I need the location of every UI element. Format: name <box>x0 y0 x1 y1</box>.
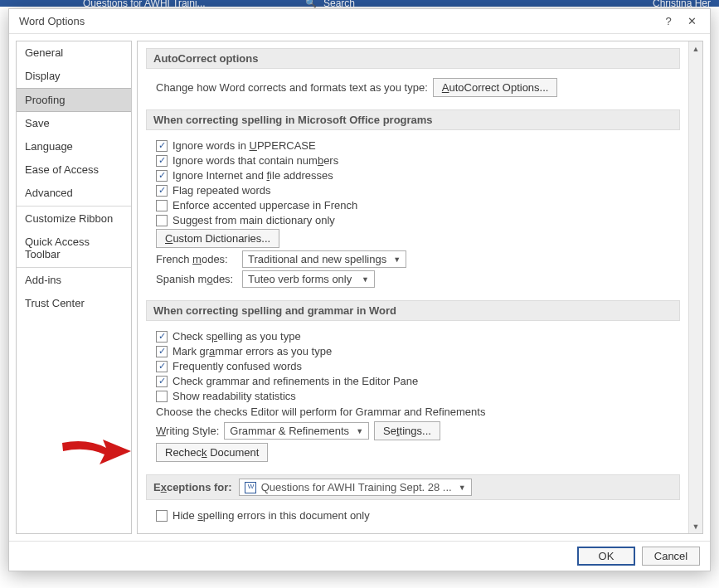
close-button[interactable]: ✕ <box>680 11 703 32</box>
checkbox-confused-words[interactable] <box>156 361 168 372</box>
exceptions-doc-combo[interactable]: Questions for AWHI Training Sept. 28 ...… <box>239 479 472 496</box>
label-check-spelling: Check spelling as you type <box>172 330 301 343</box>
section-autocorrect-header: AutoCorrect options <box>146 48 680 69</box>
checkbox-check-spelling[interactable] <box>156 331 168 343</box>
checkbox-main-dict[interactable] <box>156 215 168 226</box>
ok-button[interactable]: OK <box>577 547 635 566</box>
section-word-spell-header: When correcting spelling and grammar in … <box>146 300 680 321</box>
vertical-scrollbar[interactable]: ▲ ▼ <box>688 41 702 533</box>
nav-trust-center[interactable]: Trust Center <box>17 292 131 315</box>
dialog-title: Word Options <box>19 15 657 27</box>
label-main-dict: Suggest from main dictionary only <box>172 214 335 226</box>
label-readability: Show readability statistics <box>172 390 296 402</box>
word-options-dialog: Word Options ? ✕ General Display Proofin… <box>8 8 711 571</box>
spanish-modes-label: Spanish modes: <box>156 273 237 285</box>
search-icon: 🔍 <box>305 0 317 8</box>
nav-ease-of-access[interactable]: Ease of Access <box>17 158 131 182</box>
checkbox-ignore-internet[interactable] <box>156 170 168 182</box>
choose-checks-note: Choose the checks Editor will perform fo… <box>156 406 673 418</box>
nav-advanced[interactable]: Advanced <box>17 182 131 205</box>
options-content: AutoCorrect options Change how Word corr… <box>138 41 688 533</box>
cancel-button[interactable]: Cancel <box>642 547 700 566</box>
label-grammar-editor: Check grammar and refinements in the Edi… <box>172 375 418 387</box>
section-exceptions-header: Exceptions for: Questions for AWHI Train… <box>146 474 680 500</box>
nav-general[interactable]: General <box>17 41 131 65</box>
nav-proofing[interactable]: Proofing <box>17 88 131 112</box>
scroll-down-icon[interactable]: ▼ <box>689 519 702 533</box>
nav-add-ins[interactable]: Add-ins <box>17 269 131 292</box>
label-hide-spelling: Hide spelling errors in this document on… <box>172 509 370 522</box>
label-flag-repeated: Flag repeated words <box>172 184 271 197</box>
label-french-accent: Enforce accented uppercase in French <box>172 199 357 211</box>
checkbox-hide-spelling[interactable] <box>156 510 168 522</box>
french-modes-label: French modes: <box>156 253 237 265</box>
french-modes-combo[interactable]: Traditional and new spellings▼ <box>242 250 406 268</box>
chevron-down-icon: ▼ <box>393 255 401 264</box>
spanish-modes-combo[interactable]: Tuteo verb forms only▼ <box>242 270 375 288</box>
nav-customize-ribbon[interactable]: Customize Ribbon <box>17 207 131 231</box>
checkbox-mark-grammar[interactable] <box>156 346 168 357</box>
recheck-document-button[interactable]: Recheck Document <box>156 443 268 462</box>
section-office-spell-header: When correcting spelling in Microsoft Of… <box>146 109 680 130</box>
label-confused-words: Frequently confused words <box>172 360 302 372</box>
dialog-titlebar: Word Options ? ✕ <box>9 9 710 34</box>
checkbox-french-accent[interactable] <box>156 200 168 211</box>
label-mark-grammar: Mark grammar errors as you type <box>172 345 332 357</box>
autocorrect-desc: Change how Word corrects and formats tex… <box>156 81 428 94</box>
label-ignore-numbers: Ignore words that contain numbers <box>172 154 338 167</box>
settings-button[interactable]: Settings... <box>374 421 440 440</box>
autocorrect-options-button[interactable]: AutoCorrect Options... <box>433 78 558 97</box>
nav-quick-access-toolbar[interactable]: Quick Access Toolbar <box>17 231 131 266</box>
label-ignore-internet: Ignore Internet and file addresses <box>172 169 333 182</box>
checkbox-ignore-uppercase[interactable] <box>156 140 168 152</box>
checkbox-ignore-numbers[interactable] <box>156 155 168 167</box>
word-doc-icon <box>245 482 256 493</box>
checkbox-flag-repeated[interactable] <box>156 185 168 197</box>
dialog-footer: OK Cancel <box>9 541 710 571</box>
chevron-down-icon: ▼ <box>356 427 363 435</box>
writing-style-combo[interactable]: Grammar & Refinements▼ <box>224 422 369 440</box>
scroll-up-icon[interactable]: ▲ <box>689 41 702 56</box>
checkbox-grammar-editor[interactable] <box>156 376 168 387</box>
writing-style-label: Writing Style: <box>156 425 219 437</box>
chevron-down-icon: ▼ <box>459 484 466 492</box>
custom-dictionaries-button[interactable]: Custom Dictionaries... <box>156 229 279 248</box>
help-button[interactable]: ? <box>657 11 680 32</box>
chevron-down-icon: ▼ <box>362 275 369 284</box>
nav-display[interactable]: Display <box>17 65 131 88</box>
nav-save[interactable]: Save <box>17 112 131 135</box>
nav-language[interactable]: Language <box>17 135 131 158</box>
checkbox-readability[interactable] <box>156 391 168 402</box>
options-side-nav: General Display Proofing Save Language E… <box>16 41 132 534</box>
label-ignore-uppercase: Ignore words in UPPERCASE <box>172 139 316 152</box>
